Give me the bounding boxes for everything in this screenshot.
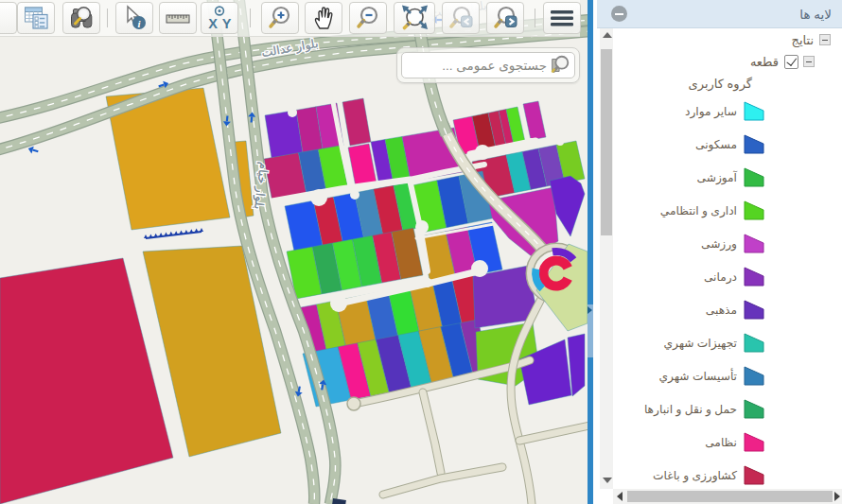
svg-text:Y: Y [222, 16, 232, 31]
svg-text:X: X [208, 16, 218, 31]
